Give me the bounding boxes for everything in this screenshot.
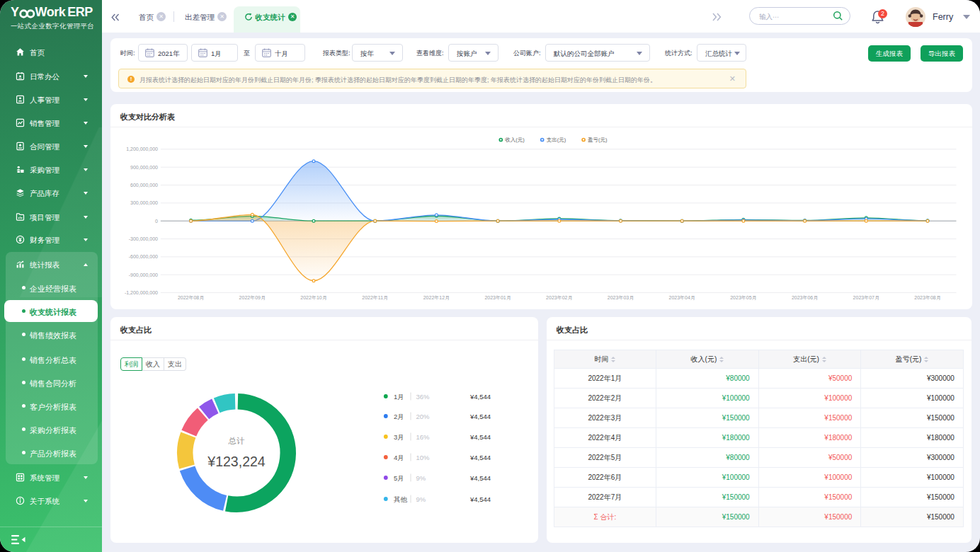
- svg-text:2023年08月: 2023年08月: [914, 295, 940, 301]
- svg-text:¥4,544: ¥4,544: [469, 413, 491, 420]
- svg-text:2022年12月: 2022年12月: [423, 295, 450, 301]
- svg-text:-900,000,000: -900,000,000: [129, 272, 158, 277]
- svg-text:300,000,000: 300,000,000: [130, 200, 158, 205]
- svg-text:2023年04月: 2023年04月: [669, 295, 695, 301]
- svg-text:4月: 4月: [394, 454, 404, 461]
- svg-text:¥123,224: ¥123,224: [207, 454, 265, 469]
- svg-text:其他: 其他: [394, 495, 408, 503]
- svg-text:-300,000,000: -300,000,000: [129, 236, 158, 241]
- svg-text:0: 0: [155, 219, 158, 224]
- svg-text:总计: 总计: [228, 437, 246, 445]
- svg-text:-600,000,000: -600,000,000: [129, 254, 158, 259]
- svg-text:1月: 1月: [394, 393, 404, 401]
- svg-text:2月: 2月: [394, 413, 404, 420]
- svg-text:2023年07月: 2023年07月: [853, 295, 879, 301]
- svg-text:9%: 9%: [416, 474, 426, 482]
- svg-text:2022年11月: 2022年11月: [362, 295, 388, 301]
- svg-text:900,000,000: 900,000,000: [130, 165, 158, 170]
- svg-text:2023年06月: 2023年06月: [792, 295, 818, 301]
- svg-text:¥4,544: ¥4,544: [469, 474, 491, 482]
- svg-text:16%: 16%: [416, 433, 431, 441]
- svg-text:5月: 5月: [394, 474, 404, 482]
- svg-text:支出(元): 支出(元): [547, 137, 566, 143]
- svg-text:2023年01月: 2023年01月: [484, 295, 511, 301]
- svg-text:收入(元): 收入(元): [505, 137, 525, 143]
- svg-text:9%: 9%: [416, 495, 426, 503]
- svg-text:10%: 10%: [416, 454, 431, 461]
- svg-text:¥4,544: ¥4,544: [469, 433, 491, 441]
- svg-text:1,200,000,000: 1,200,000,000: [126, 146, 158, 151]
- svg-text:盈亏(元): 盈亏(元): [588, 137, 608, 143]
- svg-text:¥4,544: ¥4,544: [469, 495, 491, 503]
- svg-text:2023年05月: 2023年05月: [730, 295, 756, 301]
- svg-text:¥4,544: ¥4,544: [469, 393, 491, 401]
- svg-text:2022年09月: 2022年09月: [239, 295, 266, 301]
- svg-text:2022年08月: 2022年08月: [178, 295, 204, 301]
- svg-text:2022年10月: 2022年10月: [300, 295, 326, 301]
- svg-text:¥4,544: ¥4,544: [469, 454, 491, 461]
- svg-text:600,000,000: 600,000,000: [130, 183, 158, 188]
- svg-text:2023年03月: 2023年03月: [608, 295, 634, 301]
- svg-text:3月: 3月: [394, 433, 404, 441]
- svg-text:36%: 36%: [416, 393, 431, 401]
- svg-text:-1,200,000,000: -1,200,000,000: [125, 290, 158, 295]
- svg-text:20%: 20%: [416, 413, 431, 420]
- svg-text:2023年02月: 2023年02月: [546, 295, 572, 301]
